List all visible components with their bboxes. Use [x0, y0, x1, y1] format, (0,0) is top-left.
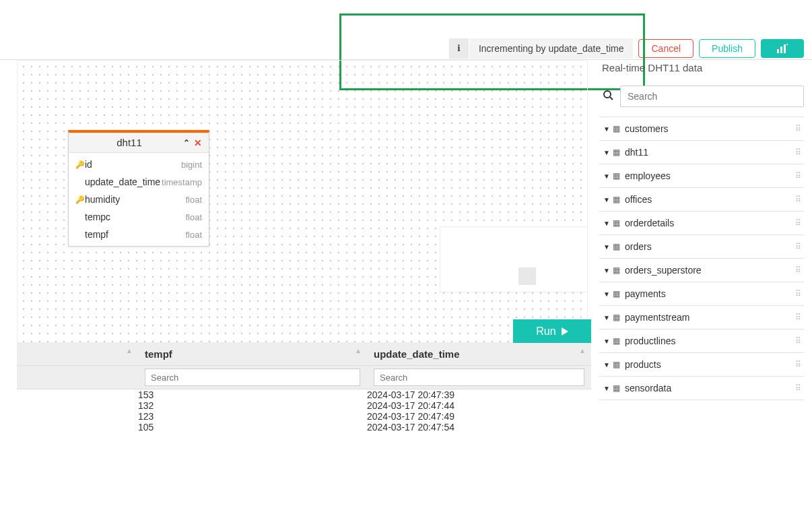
table-row[interactable]: 1532024-03-17 20:47:39 — [17, 389, 591, 401]
caret-icon: ▼ — [603, 172, 613, 180]
run-button[interactable]: Run — [513, 319, 591, 343]
table-item-products[interactable]: ▼▦products⠿ — [599, 353, 804, 377]
table-icon: ▦ — [613, 360, 625, 369]
table-node-dht11[interactable]: dht11 ⌃ ✕ 🔑idbigint update_date_timetime… — [68, 130, 209, 247]
cancel-button[interactable]: Cancel — [638, 39, 693, 58]
table-item-dht11[interactable]: ▼▦dht11⠿ — [599, 141, 804, 164]
drag-icon[interactable]: ⠿ — [795, 336, 800, 346]
close-icon[interactable]: ✕ — [194, 137, 202, 148]
drag-icon[interactable]: ⠿ — [795, 313, 800, 322]
sort-icon: ▲ — [579, 347, 586, 354]
drag-icon[interactable]: ⠿ — [795, 289, 800, 298]
table-icon: ▦ — [613, 336, 625, 346]
svg-point-5 — [604, 91, 611, 98]
caret-icon: ▼ — [603, 314, 613, 321]
search-update[interactable] — [374, 369, 584, 386]
drag-icon[interactable]: ⠿ — [795, 242, 800, 251]
table-icon: ▦ — [613, 383, 625, 393]
svg-line-6 — [610, 97, 613, 100]
table-node-columns: 🔑idbigint update_date_timetimestamp 🔑hum… — [69, 153, 209, 246]
svg-rect-0 — [777, 49, 779, 53]
table-item-sensordata[interactable]: ▼▦sensordata⠿ — [599, 377, 804, 400]
table-row[interactable]: 1052024-03-17 20:47:54 — [17, 422, 591, 433]
svg-rect-2 — [784, 44, 786, 53]
chart-icon — [776, 43, 788, 54]
caret-icon: ▼ — [603, 125, 613, 133]
key-icon: 🔑 — [75, 195, 85, 204]
sort-icon: ▲ — [355, 347, 362, 354]
table-row[interactable]: 1232024-03-17 20:47:49 — [17, 411, 591, 422]
sort-icon: ▲ — [126, 347, 133, 354]
table-item-payments[interactable]: ▼▦payments⠿ — [599, 282, 804, 306]
table-icon: ▦ — [613, 195, 625, 204]
tables-list: ▼▦customers⠿ ▼▦dht11⠿ ▼▦employees⠿ ▼▦off… — [599, 117, 804, 400]
caret-icon: ▼ — [603, 338, 613, 345]
search-tempf[interactable] — [145, 369, 360, 386]
results-panel: Run ▲ tempf▲ update_date_time▲ 1532024-0… — [17, 343, 591, 433]
table-icon: ▦ — [613, 148, 625, 157]
caret-icon: ▼ — [603, 243, 613, 251]
publish-button[interactable]: Publish — [699, 39, 755, 58]
drag-icon[interactable]: ⠿ — [795, 218, 800, 228]
increment-info: i Incrementing by update_date_time — [449, 38, 634, 59]
table-node-header: dht11 ⌃ ✕ — [69, 133, 209, 153]
drag-icon[interactable]: ⠿ — [795, 124, 800, 133]
table-item-offices[interactable]: ▼▦offices⠿ — [599, 188, 804, 212]
panel-title: Real-time DHT11 data — [599, 62, 804, 73]
table-icon: ▦ — [613, 218, 625, 228]
increment-text: Incrementing by update_date_time — [469, 43, 634, 54]
caret-icon: ▼ — [603, 220, 613, 227]
play-icon — [562, 327, 568, 336]
caret-icon: ▼ — [603, 196, 613, 203]
query-canvas[interactable]: dht11 ⌃ ✕ 🔑idbigint update_date_timetime… — [17, 60, 588, 343]
table-column[interactable]: update_date_timetimestamp — [69, 173, 209, 191]
search-icon — [599, 90, 613, 103]
table-search — [599, 86, 804, 107]
table-column[interactable]: tempffloat — [69, 226, 209, 243]
drag-icon[interactable]: ⠿ — [795, 383, 800, 393]
top-toolbar: i Incrementing by update_date_time Cance… — [0, 37, 812, 60]
table-icon: ▦ — [613, 124, 625, 133]
collapse-icon[interactable]: ⌃ — [183, 138, 190, 148]
table-icon: ▦ — [613, 171, 625, 181]
table-icon: ▦ — [613, 265, 625, 275]
table-item-orders[interactable]: ▼▦orders⠿ — [599, 235, 804, 259]
key-icon: 🔑 — [75, 160, 85, 169]
table-column[interactable]: 🔑humidityfloat — [69, 191, 209, 208]
table-item-employees[interactable]: ▼▦employees⠿ — [599, 164, 804, 188]
table-item-orders-superstore[interactable]: ▼▦orders_superstore⠿ — [599, 259, 804, 282]
table-item-productlines[interactable]: ▼▦productlines⠿ — [599, 329, 804, 353]
table-search-input[interactable] — [620, 86, 804, 107]
table-column[interactable]: tempcfloat — [69, 208, 209, 226]
drag-icon[interactable]: ⠿ — [795, 171, 800, 181]
drag-icon[interactable]: ⠿ — [795, 265, 800, 275]
right-panel: Real-time DHT11 data ▼▦customers⠿ ▼▦dht1… — [599, 62, 804, 400]
results-table: ▲ tempf▲ update_date_time▲ 1532024-03-17… — [17, 343, 591, 433]
run-label: Run — [536, 325, 555, 338]
preview-placeholder-inner — [518, 267, 536, 285]
caret-icon: ▼ — [603, 149, 613, 156]
table-item-orderdetails[interactable]: ▼▦orderdetails⠿ — [599, 212, 804, 235]
caret-icon: ▼ — [603, 267, 613, 274]
svg-rect-1 — [780, 46, 782, 53]
results-col-update[interactable]: update_date_time▲ — [367, 343, 591, 366]
drag-icon[interactable]: ⠿ — [795, 148, 800, 157]
table-item-customers[interactable]: ▼▦customers⠿ — [599, 117, 804, 141]
results-col-tempf[interactable]: tempf▲ — [138, 343, 367, 366]
table-icon: ▦ — [613, 313, 625, 322]
caret-icon: ▼ — [603, 290, 613, 298]
table-icon: ▦ — [613, 289, 625, 298]
drag-icon[interactable]: ⠿ — [795, 195, 800, 204]
table-row[interactable]: 1322024-03-17 20:47:44 — [17, 400, 591, 411]
table-column[interactable]: 🔑idbigint — [69, 156, 209, 173]
chart-button[interactable] — [761, 39, 804, 58]
drag-icon[interactable]: ⠿ — [795, 360, 800, 369]
preview-placeholder — [440, 226, 588, 292]
caret-icon: ▼ — [603, 361, 613, 369]
table-node-title: dht11 — [75, 137, 183, 148]
caret-icon: ▼ — [603, 385, 613, 392]
table-item-paymentstream[interactable]: ▼▦paymentstream⠿ — [599, 306, 804, 329]
results-col-blank[interactable]: ▲ — [17, 343, 138, 366]
info-icon: i — [449, 38, 469, 59]
table-icon: ▦ — [613, 242, 625, 251]
